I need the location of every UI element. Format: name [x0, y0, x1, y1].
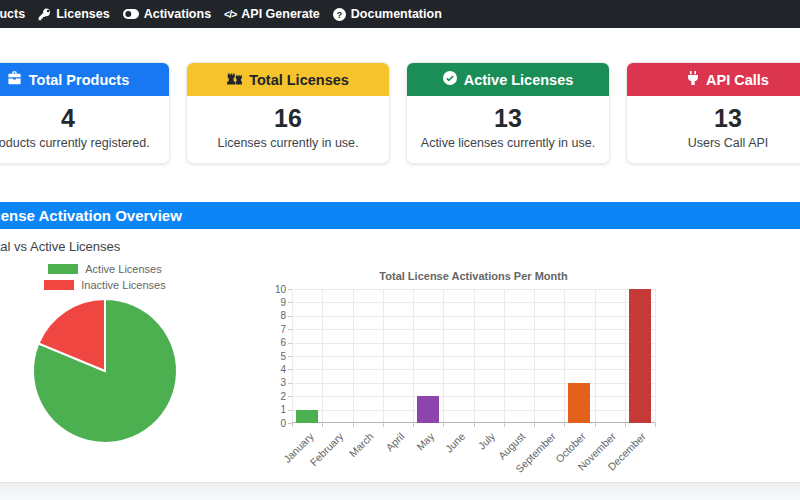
gridline-v — [292, 289, 293, 423]
y-tick-label: 6 — [266, 337, 286, 348]
navbar-items: ProductsLicensesActivations</>API Genera… — [0, 7, 442, 21]
stat-card-body: 13Users Call API — [627, 96, 800, 163]
charts-subtitle: Total vs Active Licenses — [0, 239, 120, 254]
stat-card-subtitle: Licenses currently in use. — [193, 136, 383, 150]
x-tick — [322, 423, 323, 427]
y-tick-label: 8 — [266, 310, 286, 321]
plug-icon — [687, 71, 699, 88]
key-icon — [38, 8, 51, 21]
y-tick-label: 4 — [266, 364, 286, 375]
gridline-v — [443, 289, 444, 423]
gridline-v — [595, 289, 596, 423]
gridline-v — [655, 289, 656, 423]
stat-card-subtitle: Products currently registered. — [0, 136, 163, 150]
stat-card-body: 16Licenses currently in use. — [187, 96, 389, 163]
x-tick — [413, 423, 414, 427]
x-tick — [595, 423, 596, 427]
pie-canvas[interactable] — [30, 296, 180, 446]
bar-october — [568, 383, 590, 423]
pie-legend-item-inactive-licenses[interactable]: Inactive Licenses — [44, 279, 165, 291]
toggle-icon — [123, 9, 139, 19]
licenses-icon — [227, 72, 242, 88]
gridline-v — [564, 289, 565, 423]
nav-item-label: Activations — [144, 7, 211, 21]
y-tick-label: 2 — [266, 391, 286, 402]
gridline-v — [353, 289, 354, 423]
y-tick-label: 9 — [266, 297, 286, 308]
x-tick — [443, 423, 444, 427]
x-tick — [474, 423, 475, 427]
legend-swatch — [44, 280, 74, 290]
x-label-text: July — [475, 430, 497, 452]
y-tick-label: 7 — [266, 324, 286, 335]
dashboard-page: ProductsLicensesActivations</>API Genera… — [0, 0, 800, 500]
x-tick — [534, 423, 535, 427]
code-icon: </> — [224, 8, 236, 20]
stat-card-value: 4 — [0, 104, 163, 133]
x-tick — [383, 423, 384, 427]
briefcase-icon — [7, 71, 22, 88]
stat-card-title: Active Licenses — [464, 72, 574, 88]
bar-plot-area[interactable]: 012345678910JanuaryFebruaryMarchAprilMay… — [292, 289, 655, 423]
bar-chart[interactable]: Total License Activations Per Month 0123… — [268, 270, 670, 423]
x-label-text: June — [442, 430, 467, 455]
stat-card-total-licenses: Total Licenses16Licenses currently in us… — [186, 62, 390, 164]
gridline-v — [413, 289, 414, 423]
x-tick — [504, 423, 505, 427]
footer-strip — [0, 482, 800, 500]
stat-card-value: 13 — [413, 104, 603, 133]
pie-legend: Active LicensesInactive Licenses — [0, 263, 230, 291]
legend-label: Active Licenses — [85, 263, 161, 275]
nav-item-label: API Generate — [241, 7, 320, 21]
bar-may — [417, 396, 439, 423]
x-axis-line — [292, 422, 655, 423]
question-circle-icon: ? — [333, 8, 346, 21]
pie-chart[interactable]: Active LicensesInactive Licenses — [0, 263, 230, 446]
x-label-text: May — [414, 430, 437, 453]
section-banner-title: License Activation Overview — [0, 207, 182, 224]
check-circle-icon — [443, 71, 457, 88]
navbar: ProductsLicensesActivations</>API Genera… — [0, 0, 800, 28]
nav-item-label: Products — [0, 7, 25, 21]
stat-card-api-calls: API Calls13Users Call API — [626, 62, 800, 164]
nav-item-label: Documentation — [351, 7, 442, 21]
gridline-v — [534, 289, 535, 423]
stat-card-header: Total Products — [0, 63, 169, 96]
y-tick-label: 1 — [266, 404, 286, 415]
y-tick-label: 0 — [266, 418, 286, 429]
nav-item-label: Licenses — [56, 7, 110, 21]
x-tick — [655, 423, 656, 427]
section-banner: License Activation Overview — [0, 202, 800, 229]
stat-card-title: Total Licenses — [249, 72, 349, 88]
stat-card-title: API Calls — [706, 72, 769, 88]
nav-item-licenses[interactable]: Licenses — [38, 7, 110, 21]
gridline-v — [504, 289, 505, 423]
pie-legend-item-active-licenses[interactable]: Active Licenses — [48, 263, 161, 275]
nav-item-api-generate[interactable]: </>API Generate — [224, 7, 320, 21]
legend-label: Inactive Licenses — [81, 279, 165, 291]
stat-card-total-products: Total Products4Products currently regist… — [0, 62, 170, 164]
stat-card-subtitle: Users Call API — [633, 136, 800, 150]
stat-card-value: 16 — [193, 104, 383, 133]
nav-item-documentation[interactable]: ?Documentation — [333, 7, 442, 21]
stat-card-header: Active Licenses — [407, 63, 609, 96]
stat-card-body: 13Active licenses currently in use. — [407, 96, 609, 163]
stat-card-title: Total Products — [29, 72, 129, 88]
stat-card-subtitle: Active licenses currently in use. — [413, 136, 603, 150]
y-tick-label: 5 — [266, 351, 286, 362]
y-tick-label: 10 — [266, 284, 286, 295]
svg-text:?: ? — [337, 9, 342, 19]
nav-item-products[interactable]: Products — [0, 7, 25, 21]
gridline-v — [322, 289, 323, 423]
stat-card-header: Total Licenses — [187, 63, 389, 96]
x-tick — [625, 423, 626, 427]
gridline-v — [625, 289, 626, 423]
stat-card-active-licenses: Active Licenses13Active licenses current… — [406, 62, 610, 164]
x-tick — [564, 423, 565, 427]
bar-january — [296, 410, 318, 423]
x-label-text: March — [347, 430, 376, 459]
gridline-v — [474, 289, 475, 423]
bar-chart-title: Total License Activations Per Month — [292, 270, 655, 282]
nav-item-activations[interactable]: Activations — [123, 7, 211, 21]
x-tick — [292, 423, 293, 427]
